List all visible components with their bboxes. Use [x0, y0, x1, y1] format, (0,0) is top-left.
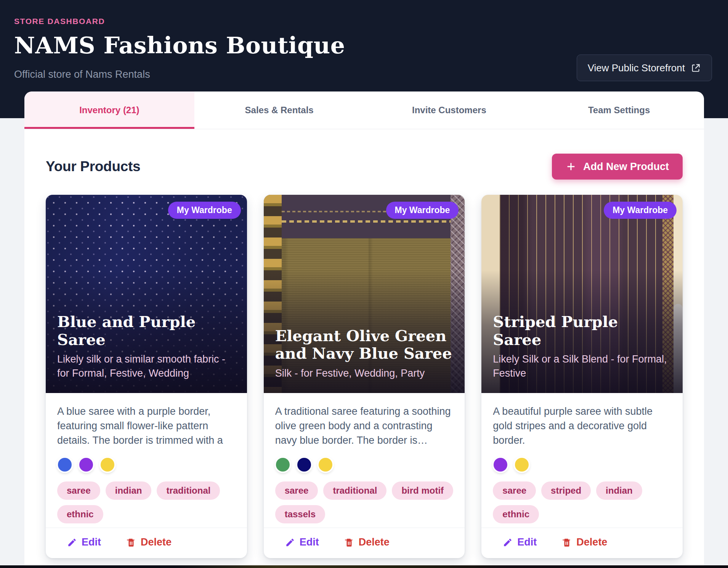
pencil-icon: [285, 538, 295, 547]
product-card: My Wardrobe Elegant Olive Green and Navy…: [264, 195, 465, 558]
color-swatch: [79, 458, 93, 472]
external-link-icon: [691, 63, 701, 73]
tag-pill: indian: [106, 481, 152, 500]
image-caption: Striped Purple Saree Likely Silk or a Si…: [481, 313, 683, 393]
card-footer: Edit Delete: [46, 528, 247, 558]
edit-button[interactable]: Edit: [67, 536, 101, 548]
plus-icon: [566, 161, 576, 172]
add-new-product-button[interactable]: Add New Product: [552, 154, 683, 180]
tag-pill: indian: [596, 481, 642, 500]
product-card: My Wardrobe Striped Purple Saree Likely …: [481, 195, 683, 558]
delete-label: Delete: [141, 536, 172, 548]
tag-pill: saree: [493, 481, 536, 500]
product-image: My Wardrobe Elegant Olive Green and Navy…: [264, 195, 465, 393]
storefront-button-label: View Public Storefront: [588, 62, 685, 74]
color-swatch: [515, 458, 529, 472]
product-title: Striped Purple Saree: [493, 313, 671, 348]
tag-pill: traditional: [157, 481, 220, 500]
trash-icon: [344, 538, 354, 547]
main-panel: Inventory (21) Sales & Rentals Invite Cu…: [24, 91, 704, 565]
color-swatch: [276, 458, 290, 472]
tag-pill: saree: [275, 481, 318, 500]
edit-button[interactable]: Edit: [285, 536, 319, 548]
color-swatch: [494, 458, 507, 472]
tab-sales-rentals[interactable]: Sales & Rentals: [194, 91, 364, 129]
tag-list: sareeindiantraditionalethnic: [57, 481, 236, 523]
delete-label: Delete: [576, 536, 607, 548]
wardrobe-badge: My Wardrobe: [168, 202, 241, 219]
tab-inventory[interactable]: Inventory (21): [24, 91, 194, 129]
tab-invite-customers[interactable]: Invite Customers: [364, 91, 534, 129]
edit-label: Edit: [82, 536, 101, 548]
color-swatch: [101, 458, 114, 472]
tag-list: sareetraditionalbird motiftassels: [275, 481, 454, 523]
color-swatch: [297, 458, 311, 472]
card-footer: Edit Delete: [481, 528, 683, 558]
edit-button[interactable]: Edit: [503, 536, 537, 548]
delete-button[interactable]: Delete: [344, 536, 390, 548]
product-description: A beautiful purple saree with subtle gol…: [493, 404, 671, 449]
section-header-row: Your Products Add New Product: [46, 154, 683, 180]
tag-pill: ethnic: [493, 505, 539, 523]
trash-icon: [562, 538, 572, 547]
add-button-label: Add New Product: [583, 161, 669, 173]
card-body: A traditional saree featuring a soothing…: [264, 393, 465, 528]
card-body: A beautiful purple saree with subtle gol…: [481, 393, 683, 528]
product-title: Elegant Olive Green and Navy Blue Saree: [275, 327, 454, 363]
tab-team-settings[interactable]: Team Settings: [534, 91, 704, 129]
view-public-storefront-button[interactable]: View Public Storefront: [577, 55, 712, 81]
color-swatch-row: [276, 458, 453, 472]
store-dashboard-page: STORE DASHBOARD NAMS Fashions Boutique O…: [0, 0, 728, 568]
edit-label: Edit: [517, 536, 537, 548]
color-swatch-row: [58, 458, 235, 472]
pencil-icon: [503, 538, 513, 547]
color-swatch: [319, 458, 332, 472]
product-subtitle: Likely silk or a similar smooth fabric -…: [57, 352, 236, 380]
tag-pill: traditional: [323, 481, 386, 500]
card-body: A blue saree with a purple border, featu…: [46, 393, 247, 528]
wardrobe-badge: My Wardrobe: [386, 202, 459, 219]
product-subtitle: Silk - for Festive, Wedding, Party: [275, 366, 454, 380]
delete-button[interactable]: Delete: [126, 536, 172, 548]
image-caption: Elegant Olive Green and Navy Blue Saree …: [264, 327, 465, 393]
eyebrow-label: STORE DASHBOARD: [14, 17, 712, 26]
tag-pill: saree: [57, 481, 100, 500]
card-footer: Edit Delete: [264, 528, 465, 558]
edit-label: Edit: [300, 536, 319, 548]
product-grid: My Wardrobe Blue and Purple Saree Likely…: [46, 195, 683, 558]
pencil-icon: [67, 538, 77, 547]
product-title: Blue and Purple Saree: [57, 313, 236, 348]
product-subtitle: Likely Silk or a Silk Blend - for Formal…: [493, 352, 671, 380]
tag-pill: striped: [541, 481, 591, 500]
tag-pill: tassels: [275, 505, 325, 523]
color-swatch: [58, 458, 72, 472]
wardrobe-badge: My Wardrobe: [604, 202, 677, 219]
product-description: A traditional saree featuring a soothing…: [275, 404, 454, 449]
product-description: A blue saree with a purple border, featu…: [57, 404, 236, 449]
next-row-peek: [0, 565, 728, 568]
product-card: My Wardrobe Blue and Purple Saree Likely…: [46, 195, 247, 558]
tag-pill: ethnic: [57, 505, 103, 523]
tag-pill: bird motif: [392, 481, 453, 500]
product-image: My Wardrobe Striped Purple Saree Likely …: [481, 195, 683, 393]
delete-button[interactable]: Delete: [562, 536, 607, 548]
color-swatch-row: [494, 458, 670, 472]
trash-icon: [126, 538, 136, 547]
product-image: My Wardrobe Blue and Purple Saree Likely…: [46, 195, 247, 393]
inventory-content: Your Products Add New Product My Wardrob…: [24, 129, 704, 558]
tab-bar: Inventory (21) Sales & Rentals Invite Cu…: [24, 91, 704, 129]
tag-list: sareestripedindianethnic: [493, 481, 671, 523]
image-caption: Blue and Purple Saree Likely silk or a s…: [46, 313, 247, 393]
delete-label: Delete: [359, 536, 390, 548]
section-heading: Your Products: [46, 159, 140, 175]
